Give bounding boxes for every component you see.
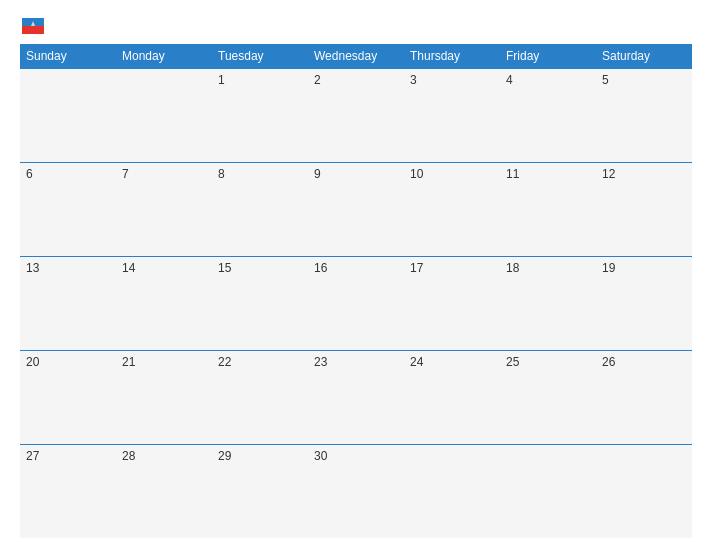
day-number: 2 xyxy=(314,73,321,87)
calendar-day-cell: 23 xyxy=(308,350,404,444)
calendar-day-cell: 4 xyxy=(500,69,596,163)
calendar-day-cell: 9 xyxy=(308,162,404,256)
day-number: 23 xyxy=(314,355,327,369)
calendar-day-cell: 18 xyxy=(500,256,596,350)
calendar-day-cell: 29 xyxy=(212,444,308,538)
day-number: 17 xyxy=(410,261,423,275)
svg-rect-1 xyxy=(22,26,44,34)
day-number: 4 xyxy=(506,73,513,87)
calendar-day-cell: 14 xyxy=(116,256,212,350)
calendar-day-cell: 20 xyxy=(20,350,116,444)
weekday-header-row: SundayMondayTuesdayWednesdayThursdayFrid… xyxy=(20,44,692,69)
calendar-day-cell: 21 xyxy=(116,350,212,444)
weekday-header: Saturday xyxy=(596,44,692,69)
weekday-header: Monday xyxy=(116,44,212,69)
calendar-day-cell: 19 xyxy=(596,256,692,350)
calendar-day-cell xyxy=(596,444,692,538)
day-number: 13 xyxy=(26,261,39,275)
calendar-day-cell: 30 xyxy=(308,444,404,538)
day-number: 16 xyxy=(314,261,327,275)
day-number: 8 xyxy=(218,167,225,181)
calendar-week-row: 27282930 xyxy=(20,444,692,538)
calendar-day-cell: 8 xyxy=(212,162,308,256)
calendar-day-cell: 12 xyxy=(596,162,692,256)
calendar-day-cell: 6 xyxy=(20,162,116,256)
day-number: 1 xyxy=(218,73,225,87)
calendar-day-cell xyxy=(116,69,212,163)
weekday-header: Tuesday xyxy=(212,44,308,69)
day-number: 9 xyxy=(314,167,321,181)
day-number: 11 xyxy=(506,167,519,181)
day-number: 28 xyxy=(122,449,135,463)
logo xyxy=(20,18,44,34)
calendar-day-cell: 16 xyxy=(308,256,404,350)
calendar-week-row: 12345 xyxy=(20,69,692,163)
calendar-table: SundayMondayTuesdayWednesdayThursdayFrid… xyxy=(20,44,692,538)
day-number: 24 xyxy=(410,355,423,369)
day-number: 5 xyxy=(602,73,609,87)
calendar-day-cell: 24 xyxy=(404,350,500,444)
calendar-day-cell: 11 xyxy=(500,162,596,256)
day-number: 30 xyxy=(314,449,327,463)
calendar-header xyxy=(20,18,692,34)
day-number: 18 xyxy=(506,261,519,275)
day-number: 27 xyxy=(26,449,39,463)
calendar-day-cell xyxy=(404,444,500,538)
day-number: 20 xyxy=(26,355,39,369)
day-number: 26 xyxy=(602,355,615,369)
calendar-day-cell: 27 xyxy=(20,444,116,538)
calendar-day-cell: 10 xyxy=(404,162,500,256)
calendar-day-cell: 3 xyxy=(404,69,500,163)
day-number: 6 xyxy=(26,167,33,181)
day-number: 12 xyxy=(602,167,615,181)
calendar-day-cell: 1 xyxy=(212,69,308,163)
weekday-header: Thursday xyxy=(404,44,500,69)
day-number: 25 xyxy=(506,355,519,369)
calendar-day-cell: 25 xyxy=(500,350,596,444)
day-number: 22 xyxy=(218,355,231,369)
day-number: 7 xyxy=(122,167,129,181)
day-number: 10 xyxy=(410,167,423,181)
calendar-day-cell: 15 xyxy=(212,256,308,350)
calendar-day-cell: 17 xyxy=(404,256,500,350)
day-number: 14 xyxy=(122,261,135,275)
calendar-week-row: 20212223242526 xyxy=(20,350,692,444)
calendar-week-row: 6789101112 xyxy=(20,162,692,256)
day-number: 3 xyxy=(410,73,417,87)
calendar-day-cell xyxy=(500,444,596,538)
day-number: 19 xyxy=(602,261,615,275)
day-number: 29 xyxy=(218,449,231,463)
day-number: 15 xyxy=(218,261,231,275)
calendar-day-cell: 2 xyxy=(308,69,404,163)
weekday-header: Sunday xyxy=(20,44,116,69)
calendar-day-cell: 5 xyxy=(596,69,692,163)
weekday-header: Friday xyxy=(500,44,596,69)
day-number: 21 xyxy=(122,355,135,369)
calendar-week-row: 13141516171819 xyxy=(20,256,692,350)
calendar-day-cell: 28 xyxy=(116,444,212,538)
calendar-page: SundayMondayTuesdayWednesdayThursdayFrid… xyxy=(0,0,712,550)
calendar-day-cell: 13 xyxy=(20,256,116,350)
logo-flag-icon xyxy=(22,18,44,34)
calendar-day-cell: 22 xyxy=(212,350,308,444)
calendar-day-cell: 26 xyxy=(596,350,692,444)
calendar-day-cell: 7 xyxy=(116,162,212,256)
weekday-header: Wednesday xyxy=(308,44,404,69)
calendar-day-cell xyxy=(20,69,116,163)
